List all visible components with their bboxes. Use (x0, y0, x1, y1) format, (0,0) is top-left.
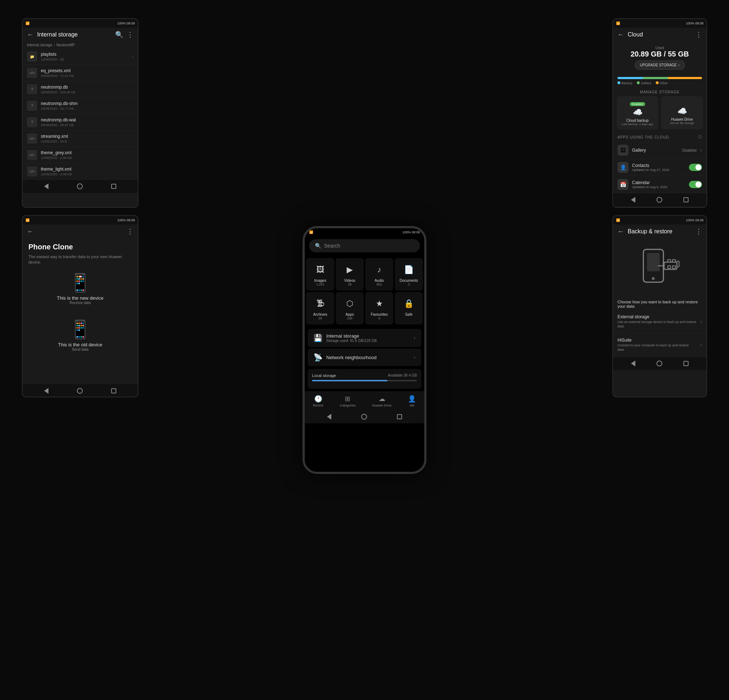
storage-progress-bg (312, 380, 417, 381)
old-device-section[interactable]: 📱 This is the old device Send data (28, 320, 132, 351)
nav-recent-bar-center[interactable] (397, 414, 402, 419)
network-arrow: › (414, 354, 415, 360)
cat-favourites[interactable]: ★ Favourites 0 (365, 292, 393, 324)
nav-bar-tr (613, 193, 706, 206)
favourites-count: 0 (378, 317, 380, 320)
new-device-section[interactable]: 📱 ✦ This is the new device Receive data (28, 273, 132, 305)
cloud-options: Enabled ☁️ Cloud backup Last backup: 4 d… (613, 96, 706, 132)
signal-br: 📶 (616, 218, 620, 222)
cat-videos[interactable]: ▶ Videos 28 (336, 258, 364, 290)
more-icon-bl[interactable]: ⋮ (127, 228, 134, 235)
network-item[interactable]: 📡 Network neighbourhood › (308, 349, 421, 366)
nav-recent-center[interactable]: 🕐 Recent (313, 395, 324, 407)
images-label: Images (314, 279, 326, 283)
cat-images[interactable]: 🖼 Images 1,201 (306, 258, 334, 290)
upgrade-button[interactable]: UPGRADE STORAGE › (635, 61, 685, 70)
cat-documents[interactable]: 📄 Documents 3 (395, 258, 423, 290)
nav-home-bl[interactable] (77, 388, 83, 394)
file-item-eq[interactable]: </> eq_presets.xml 03/08/2020 - 71.31 KB (23, 65, 138, 81)
backup-dot (617, 81, 620, 84)
back-arrow-br[interactable]: ← (617, 228, 624, 235)
phone-clone-header: ← ⋮ (23, 225, 138, 238)
nav-huawei-drive[interactable]: ☁ Huawei Drive (372, 395, 392, 407)
more-icon-br[interactable]: ⋮ (696, 228, 702, 235)
nav-recent-tr[interactable] (684, 197, 688, 202)
more-icon[interactable]: ⋮ (127, 30, 134, 39)
hisuite-title: HiSuite (617, 338, 697, 343)
battery-br: 100% 09:08 (686, 218, 703, 222)
huawei-drive-label: Huawei Drive (665, 118, 699, 121)
gallery-disabled-text: Disabled (683, 148, 697, 152)
cat-safe[interactable]: 🔒 Safe (395, 292, 423, 324)
search-placeholder: Search (324, 243, 340, 249)
nav-back-center[interactable] (327, 414, 331, 420)
huawei-drive-option[interactable]: ☁️ Huawei Drive Secure file storage (661, 96, 703, 129)
legend-gallery: Gallery (641, 81, 651, 85)
bottom-nav-center: 🕐 Recent ⊞ Categories ☁ Huawei Drive 👤 M… (305, 392, 424, 410)
used-label: Used (617, 46, 702, 50)
contacts-app-item[interactable]: 👤 Contacts Updated on Aug 27, 2020 (613, 159, 706, 176)
back-arrow-bl[interactable]: ← (27, 228, 33, 235)
nav-back-tr[interactable] (631, 197, 635, 203)
chevron-right-icon: › (132, 54, 134, 59)
nav-recent-tl[interactable] (111, 184, 116, 189)
calendar-app-item[interactable]: 📅 Calendar Updated on Aug 5, 2020 (613, 176, 706, 193)
nav-home-tr[interactable] (656, 197, 662, 203)
svg-point-2 (652, 277, 655, 280)
cloud-backup-label: Cloud backup (620, 119, 655, 122)
hisuite-option[interactable]: HiSuite Connect to your computer to back… (613, 333, 706, 357)
file-item-db[interactable]: ? neutronmp.db 26/08/2020 - 528.38 KB (23, 81, 138, 98)
cat-apps[interactable]: ⬡ Apps 106 (336, 292, 364, 324)
apps-label: Apps (346, 312, 354, 317)
svg-rect-9 (677, 261, 679, 267)
back-arrow-icon[interactable]: ← (27, 31, 33, 39)
search-icon[interactable]: 🔍 (115, 30, 123, 39)
signal-center: 📶 (309, 230, 313, 234)
enabled-badge: Enabled (630, 102, 645, 106)
battery-center: 100% 08:08 (402, 230, 420, 234)
upgrade-label: UPGRADE STORAGE (640, 63, 677, 67)
gallery-app-item[interactable]: 🖼 Gallery Disabled › (613, 142, 706, 159)
nav-home-center[interactable] (361, 414, 367, 420)
more-icon-tr[interactable]: ⋮ (696, 30, 702, 39)
phone-notch (354, 228, 375, 235)
nav-back-bl[interactable] (44, 388, 48, 394)
cat-audio[interactable]: ♪ Audio 851 (365, 258, 393, 290)
nav-recent-br[interactable] (684, 361, 688, 366)
nav-home-br[interactable] (656, 360, 662, 366)
nav-recent-bl[interactable] (111, 388, 116, 394)
nav-back-tl[interactable] (44, 183, 48, 189)
contacts-app-name: Contacts (632, 163, 685, 168)
cloud-header: ← Cloud ⋮ (613, 28, 706, 42)
calendar-toggle[interactable] (689, 181, 702, 188)
internal-storage-header: ← Internal storage 🔍 ⋮ (23, 28, 138, 42)
apps-count: 106 (347, 317, 353, 320)
file-item-light[interactable]: </> theme_light.xml 12/06/2020 - 2.06 KB (23, 163, 138, 180)
nav-back-br[interactable] (631, 360, 635, 366)
nav-categories-center[interactable]: ⊞ Categories (340, 395, 356, 407)
file-item-grey[interactable]: </> theme_grey.xml 12/06/2020 - 2.06 KB (23, 147, 138, 163)
external-storage-option[interactable]: External storage Use an external storage… (613, 310, 706, 333)
center-search-bar[interactable]: 🔍 Search (309, 239, 420, 252)
cloud-backup-option[interactable]: Enabled ☁️ Cloud backup Last backup: 4 d… (617, 96, 658, 129)
file-item-streaming[interactable]: </> streaming.xml 12/06/2020 - 55 B (23, 131, 138, 147)
cat-archives[interactable]: 🗜 Archives 26 (306, 292, 334, 324)
other-dot (656, 81, 659, 84)
contacts-toggle[interactable] (689, 164, 702, 171)
cloud-used-section: Used 20.89 GB / 55 GB UPGRADE STORAGE › (613, 42, 706, 74)
internal-storage-item[interactable]: 💾 Internal storage Storage used: 91.6 GB… (308, 329, 421, 347)
huawei-drive-nav-label: Huawei Drive (372, 404, 392, 407)
categories-grid: 🖼 Images 1,201 ▶ Videos 28 ♪ Audio 851 📄… (305, 255, 424, 327)
file-item-dbshm[interactable]: ? neutronmp.db-shm 26/08/2020 - 32.77 KB (23, 98, 138, 114)
nav-home-tl[interactable] (77, 183, 83, 189)
new-device-sub: Receive data (70, 301, 91, 305)
breadcrumb-home: Internal storage (27, 43, 52, 47)
nav-me[interactable]: 👤 Me (408, 395, 416, 407)
file-item-playlists[interactable]: 📁 playlists 12/06/2020 - (0) › (23, 48, 138, 65)
huawei-drive-icon: ☁️ (665, 106, 699, 116)
file-item-dbwal[interactable]: ? neutronmp.db-wal 26/08/2020 - 28.87 KB (23, 114, 138, 131)
local-storage-section: Local storage Available 36.4 GB (308, 369, 421, 389)
code-icon: </> (27, 68, 37, 78)
battery-tl: 100% 08:08 (118, 22, 135, 25)
back-arrow-tr[interactable]: ← (617, 31, 624, 39)
